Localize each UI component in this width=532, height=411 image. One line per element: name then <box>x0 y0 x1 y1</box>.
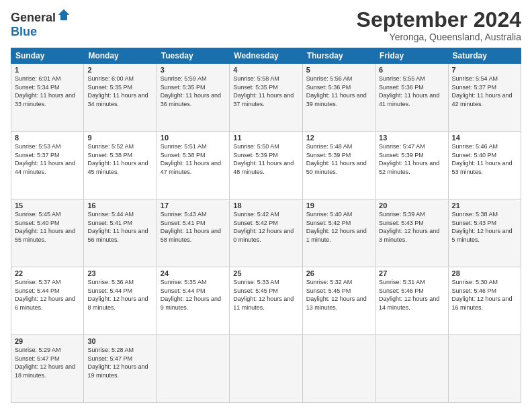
day-info: Sunrise: 5:31 AM Sunset: 5:46 PM Dayligh… <box>379 278 444 312</box>
day-number: 27 <box>379 269 444 277</box>
logo-blue-text: Blue <box>11 25 37 39</box>
day-info: Sunrise: 5:46 AM Sunset: 5:40 PM Dayligh… <box>452 142 517 176</box>
col-monday: Monday <box>84 48 157 64</box>
table-row: 3 Sunrise: 5:59 AM Sunset: 5:35 PM Dayli… <box>157 64 229 132</box>
day-number: 29 <box>15 337 80 345</box>
day-info: Sunrise: 5:55 AM Sunset: 5:36 PM Dayligh… <box>379 75 444 108</box>
day-info: Sunrise: 5:33 AM Sunset: 5:45 PM Dayligh… <box>233 278 298 312</box>
day-info: Sunrise: 5:56 AM Sunset: 5:36 PM Dayligh… <box>306 75 371 108</box>
day-number: 17 <box>161 201 226 210</box>
day-number: 20 <box>379 201 444 210</box>
table-row: 22 Sunrise: 5:37 AM Sunset: 5:44 PM Dayl… <box>11 267 84 335</box>
calendar-header-row: Sunday Monday Tuesday Wednesday Thursday… <box>11 48 521 64</box>
col-saturday: Saturday <box>448 48 521 64</box>
day-info: Sunrise: 5:53 AM Sunset: 5:37 PM Dayligh… <box>15 142 80 176</box>
table-row: 7 Sunrise: 5:54 AM Sunset: 5:37 PM Dayli… <box>448 64 521 132</box>
day-info: Sunrise: 5:30 AM Sunset: 5:46 PM Dayligh… <box>452 278 517 312</box>
day-number: 14 <box>452 134 517 142</box>
day-info: Sunrise: 5:48 AM Sunset: 5:39 PM Dayligh… <box>306 142 371 176</box>
table-row: 29 Sunrise: 5:29 AM Sunset: 5:47 PM Dayl… <box>11 335 84 403</box>
day-number: 19 <box>306 201 371 210</box>
day-info: Sunrise: 5:38 AM Sunset: 5:43 PM Dayligh… <box>452 210 517 244</box>
logo-general-text: General <box>11 11 56 25</box>
table-row: 2 Sunrise: 6:00 AM Sunset: 5:35 PM Dayli… <box>84 64 157 132</box>
day-info: Sunrise: 5:36 AM Sunset: 5:44 PM Dayligh… <box>87 278 152 312</box>
day-number: 22 <box>15 269 80 277</box>
col-friday: Friday <box>375 48 448 64</box>
day-info: Sunrise: 5:28 AM Sunset: 5:47 PM Dayligh… <box>87 346 152 379</box>
table-row: 20 Sunrise: 5:39 AM Sunset: 5:43 PM Dayl… <box>375 199 448 267</box>
day-info: Sunrise: 5:51 AM Sunset: 5:38 PM Dayligh… <box>161 142 226 176</box>
table-row: 21 Sunrise: 5:38 AM Sunset: 5:43 PM Dayl… <box>448 199 521 267</box>
table-row: 18 Sunrise: 5:42 AM Sunset: 5:42 PM Dayl… <box>230 199 302 267</box>
logo-icon <box>57 8 71 21</box>
day-number: 4 <box>233 66 298 74</box>
month-title: September 2024 <box>357 8 521 32</box>
day-number: 28 <box>452 269 517 277</box>
table-row: 19 Sunrise: 5:40 AM Sunset: 5:42 PM Dayl… <box>302 199 375 267</box>
table-row: 5 Sunrise: 5:56 AM Sunset: 5:36 PM Dayli… <box>302 64 375 132</box>
table-row: 8 Sunrise: 5:53 AM Sunset: 5:37 PM Dayli… <box>11 132 84 199</box>
table-row: 12 Sunrise: 5:48 AM Sunset: 5:39 PM Dayl… <box>302 132 375 199</box>
table-row: 23 Sunrise: 5:36 AM Sunset: 5:44 PM Dayl… <box>84 267 157 335</box>
col-wednesday: Wednesday <box>230 48 302 64</box>
day-info: Sunrise: 5:45 AM Sunset: 5:40 PM Dayligh… <box>15 210 80 244</box>
day-info: Sunrise: 5:52 AM Sunset: 5:38 PM Dayligh… <box>87 142 152 176</box>
day-number: 23 <box>87 269 152 277</box>
day-number: 21 <box>452 201 517 210</box>
table-row: 25 Sunrise: 5:33 AM Sunset: 5:45 PM Dayl… <box>230 267 302 335</box>
day-number: 18 <box>233 201 298 210</box>
table-row: 16 Sunrise: 5:44 AM Sunset: 5:41 PM Dayl… <box>84 199 157 267</box>
col-tuesday: Tuesday <box>157 48 229 64</box>
day-info: Sunrise: 5:58 AM Sunset: 5:35 PM Dayligh… <box>233 75 298 108</box>
day-info: Sunrise: 5:29 AM Sunset: 5:47 PM Dayligh… <box>15 346 80 379</box>
day-info: Sunrise: 5:39 AM Sunset: 5:43 PM Dayligh… <box>379 210 444 244</box>
day-number: 1 <box>15 66 80 74</box>
day-info: Sunrise: 5:37 AM Sunset: 5:44 PM Dayligh… <box>15 278 80 312</box>
day-number: 12 <box>306 134 371 142</box>
day-info: Sunrise: 5:50 AM Sunset: 5:39 PM Dayligh… <box>233 142 298 176</box>
day-number: 2 <box>87 66 152 74</box>
day-number: 9 <box>87 134 152 142</box>
day-number: 7 <box>452 66 517 74</box>
day-number: 10 <box>161 134 226 142</box>
day-info: Sunrise: 5:54 AM Sunset: 5:37 PM Dayligh… <box>452 75 517 108</box>
day-number: 3 <box>161 66 226 74</box>
title-block: September 2024 Yeronga, Queensland, Aust… <box>357 8 521 42</box>
table-row <box>375 335 448 403</box>
day-number: 16 <box>87 201 152 210</box>
logo: General Blue <box>11 8 71 39</box>
col-sunday: Sunday <box>11 48 84 64</box>
day-info: Sunrise: 5:47 AM Sunset: 5:39 PM Dayligh… <box>379 142 444 176</box>
table-row: 14 Sunrise: 5:46 AM Sunset: 5:40 PM Dayl… <box>448 132 521 199</box>
day-info: Sunrise: 5:44 AM Sunset: 5:41 PM Dayligh… <box>87 210 152 244</box>
day-info: Sunrise: 5:35 AM Sunset: 5:44 PM Dayligh… <box>161 278 226 312</box>
table-row: 27 Sunrise: 5:31 AM Sunset: 5:46 PM Dayl… <box>375 267 448 335</box>
table-row <box>230 335 302 403</box>
day-number: 6 <box>379 66 444 74</box>
day-info: Sunrise: 5:42 AM Sunset: 5:42 PM Dayligh… <box>233 210 298 244</box>
table-row: 11 Sunrise: 5:50 AM Sunset: 5:39 PM Dayl… <box>230 132 302 199</box>
day-number: 11 <box>233 134 298 142</box>
table-row: 6 Sunrise: 5:55 AM Sunset: 5:36 PM Dayli… <box>375 64 448 132</box>
table-row: 4 Sunrise: 5:58 AM Sunset: 5:35 PM Dayli… <box>230 64 302 132</box>
day-number: 8 <box>15 134 80 142</box>
day-info: Sunrise: 6:01 AM Sunset: 5:34 PM Dayligh… <box>15 75 80 108</box>
location: Yeronga, Queensland, Australia <box>357 32 521 42</box>
table-row: 26 Sunrise: 5:32 AM Sunset: 5:45 PM Dayl… <box>302 267 375 335</box>
table-row: 13 Sunrise: 5:47 AM Sunset: 5:39 PM Dayl… <box>375 132 448 199</box>
table-row: 15 Sunrise: 5:45 AM Sunset: 5:40 PM Dayl… <box>11 199 84 267</box>
table-row: 28 Sunrise: 5:30 AM Sunset: 5:46 PM Dayl… <box>448 267 521 335</box>
day-number: 24 <box>161 269 226 277</box>
table-row: 1 Sunrise: 6:01 AM Sunset: 5:34 PM Dayli… <box>11 64 84 132</box>
header: General Blue September 2024 Yeronga, Que… <box>11 8 521 42</box>
day-number: 30 <box>87 337 152 345</box>
day-info: Sunrise: 5:43 AM Sunset: 5:41 PM Dayligh… <box>161 210 226 244</box>
day-number: 5 <box>306 66 371 74</box>
day-number: 25 <box>233 269 298 277</box>
day-info: Sunrise: 6:00 AM Sunset: 5:35 PM Dayligh… <box>87 75 152 108</box>
day-info: Sunrise: 5:40 AM Sunset: 5:42 PM Dayligh… <box>306 210 371 244</box>
day-number: 13 <box>379 134 444 142</box>
table-row: 17 Sunrise: 5:43 AM Sunset: 5:41 PM Dayl… <box>157 199 229 267</box>
calendar: Sunday Monday Tuesday Wednesday Thursday… <box>11 48 521 403</box>
